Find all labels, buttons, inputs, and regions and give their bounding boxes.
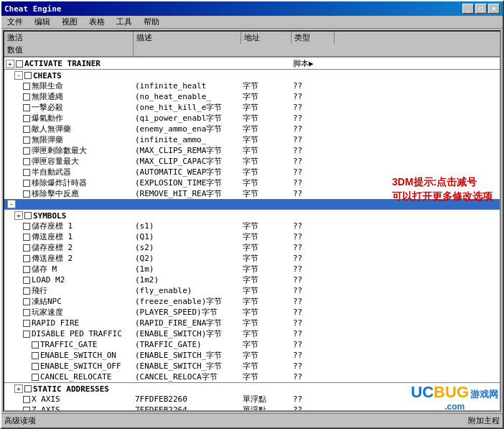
type-cell: 字节 bbox=[241, 188, 291, 199]
maximize-button[interactable]: □ bbox=[475, 4, 487, 14]
value-cell: ?? bbox=[291, 340, 335, 349]
table-row[interactable]: 飛行(fly_enable)字节?? bbox=[4, 285, 500, 296]
row-checkbox[interactable] bbox=[23, 104, 30, 111]
row-checkbox[interactable] bbox=[23, 234, 30, 241]
menu-edit[interactable]: 编辑 bbox=[32, 16, 53, 28]
menu-table[interactable]: 表格 bbox=[86, 16, 108, 28]
row-checkbox[interactable] bbox=[23, 137, 30, 144]
table-row[interactable]: +ACTIVATE TRAINER脚本▶ bbox=[4, 58, 500, 69]
table-row[interactable]: +STATIC ADDRESSES bbox=[4, 384, 500, 394]
row-checkbox[interactable] bbox=[23, 255, 30, 262]
menu-file[interactable]: 文件 bbox=[4, 16, 26, 28]
menu-view[interactable]: 视图 bbox=[59, 16, 80, 28]
type-cell: 字节 bbox=[241, 124, 291, 134]
row-label: 儲存 M bbox=[32, 264, 57, 275]
minimize-button[interactable]: _ bbox=[462, 4, 474, 14]
row-checkbox[interactable] bbox=[23, 190, 30, 198]
name-cell: 儲存座標 2 bbox=[4, 242, 134, 253]
table-row[interactable]: 儲存座標 1(s1)字节?? bbox=[4, 221, 500, 231]
expand-button[interactable]: + bbox=[14, 211, 23, 220]
table-row[interactable]: 玩家速度(PLAYER_SPEED)字节字节?? bbox=[4, 307, 500, 318]
table-row[interactable]: 一撃必殺(one_hit_kill_e字节字节?? bbox=[4, 102, 500, 113]
menu-bar: 文件 编辑 视图 表格 工具 帮助 bbox=[1, 16, 503, 29]
row-checkbox[interactable] bbox=[32, 352, 39, 359]
addr-cell: (AUTOMATIC_WEAP字节 bbox=[134, 167, 241, 177]
addr-cell: (no_heat_enable_ bbox=[134, 92, 241, 101]
table-row[interactable]: CANCEL_RELOCATE(CANCEL_RELOCA字节字节?? bbox=[4, 372, 500, 382]
row-label: SYMBOLS bbox=[33, 211, 66, 221]
row-checkbox[interactable] bbox=[32, 374, 39, 381]
value-cell: ?? bbox=[291, 297, 335, 306]
row-checkbox[interactable] bbox=[23, 126, 30, 133]
row-checkbox[interactable] bbox=[24, 212, 32, 219]
name-cell: 彈匣剩除數最大 bbox=[4, 145, 134, 156]
row-checkbox[interactable] bbox=[23, 83, 30, 90]
table-row[interactable]: ENABLE_SWITCH_ON(ENABLE_SWITCH_字节字节?? bbox=[4, 350, 500, 361]
row-checkbox[interactable] bbox=[23, 266, 30, 273]
row-checkbox[interactable] bbox=[23, 223, 30, 230]
table-row[interactable]: 爆氣動作(qi_power_enabl字节字节?? bbox=[4, 113, 500, 124]
table-row[interactable]: 半自動武器(AUTOMATIC_WEAP字节字节?? bbox=[4, 167, 500, 177]
collapse-btn[interactable]: - bbox=[7, 200, 16, 208]
row-checkbox[interactable] bbox=[23, 115, 30, 122]
row-checkbox[interactable] bbox=[23, 277, 30, 284]
row-checkbox[interactable] bbox=[23, 93, 30, 101]
table-row[interactable]: TRAFFIC_GATE(TRAFFIC_GATE)字节?? bbox=[4, 339, 500, 350]
table-row[interactable]: 移除爆炸計時器(EXPLOSION_TIME字节字节?? bbox=[4, 177, 500, 188]
table-row[interactable]: 傳送座標 2(Q2)字节?? bbox=[4, 253, 500, 264]
row-checkbox[interactable] bbox=[32, 363, 39, 370]
expand-button[interactable]: + bbox=[14, 384, 23, 393]
row-checkbox[interactable] bbox=[23, 287, 30, 295]
selected-row[interactable]: - bbox=[4, 199, 500, 209]
row-checkbox[interactable] bbox=[23, 158, 30, 165]
type-cell: 字节 bbox=[241, 156, 291, 167]
close-button[interactable]: × bbox=[488, 4, 500, 14]
table-row[interactable]: RAPID FIRE(RAPID_FIRE_ENA字节字节?? bbox=[4, 318, 500, 328]
table-row[interactable]: 儲存 M(1m)字节?? bbox=[4, 264, 500, 275]
row-checkbox[interactable] bbox=[23, 396, 30, 403]
row-checkbox[interactable] bbox=[16, 60, 23, 68]
table-row[interactable]: LOAD M2(1m2)字节?? bbox=[4, 275, 500, 285]
name-cell: 無限通縄 bbox=[4, 91, 134, 102]
row-checkbox[interactable] bbox=[23, 331, 30, 338]
table-row[interactable]: Z AXIS7FFDFEB2264單浮點?? bbox=[4, 405, 500, 412]
value-cell: ?? bbox=[291, 81, 335, 91]
menu-help[interactable]: 帮助 bbox=[141, 16, 162, 28]
table-row[interactable]: 無限生命(infinite_healt字节?? bbox=[4, 80, 500, 91]
row-checkbox[interactable] bbox=[23, 244, 30, 252]
table-row[interactable]: 無限通縄(no_heat_enable_字节?? bbox=[4, 91, 500, 102]
table-row[interactable]: 敵人無彈藥(enemy_ammo_ena字节字节?? bbox=[4, 124, 500, 134]
table-row[interactable]: 彈匣剩除數最大(MAX_CLIPS_REMA字节字节?? bbox=[4, 145, 500, 156]
table-row[interactable]: 無限彈藥(infinite_ammo_字节?? bbox=[4, 134, 500, 145]
row-checkbox[interactable] bbox=[32, 341, 39, 349]
value-cell: 脚本▶ bbox=[291, 58, 335, 69]
row-checkbox[interactable] bbox=[23, 169, 30, 176]
expand-button[interactable]: - bbox=[14, 71, 23, 80]
row-checkbox[interactable] bbox=[24, 385, 32, 392]
row-checkbox[interactable] bbox=[23, 309, 30, 316]
row-checkbox[interactable] bbox=[23, 147, 30, 154]
table-row[interactable]: +SYMBOLS bbox=[4, 211, 500, 221]
table-row[interactable]: -CHEATS bbox=[4, 70, 500, 80]
status-left: 高级读项 bbox=[4, 415, 36, 426]
row-checkbox[interactable] bbox=[23, 320, 30, 327]
expand-button[interactable]: + bbox=[6, 60, 14, 68]
row-label: 一撃必殺 bbox=[32, 102, 63, 113]
col-active: 激活 bbox=[4, 32, 134, 44]
row-label: 傳送座標 1 bbox=[32, 231, 73, 242]
table-row[interactable]: 儲存座標 2(s2)字节?? bbox=[4, 242, 500, 253]
row-checkbox[interactable] bbox=[24, 72, 32, 79]
table-row[interactable]: DISABLE PED TRAFFIC(ENABLE_SWITCH)字节字节?? bbox=[4, 328, 500, 339]
table-row[interactable]: 彈匣容量最大(MAX_CLIP_CAPAC字节字节?? bbox=[4, 156, 500, 167]
table-row[interactable]: 凍結NPC(freeze_enable)字节字节?? bbox=[4, 296, 500, 307]
row-checkbox[interactable] bbox=[23, 180, 30, 187]
addr-cell: (Q2) bbox=[134, 254, 241, 263]
table-row[interactable]: 傳送座標 1(Q1)字节?? bbox=[4, 231, 500, 242]
table-row[interactable]: X AXIS7FFDFEB2260單浮點?? bbox=[4, 394, 500, 405]
cheat-table[interactable]: 激活 描述 地址 类型 数值 +ACTIVATE TRAINER脚本▶-CHEA… bbox=[3, 30, 501, 412]
row-checkbox[interactable] bbox=[23, 298, 30, 305]
row-checkbox[interactable] bbox=[23, 407, 30, 412]
menu-tools[interactable]: 工具 bbox=[113, 16, 135, 28]
table-row[interactable]: ENABLE_SWITCH_OFF(ENABLE_SWITCH_字节字节?? bbox=[4, 361, 500, 372]
table-row[interactable]: 移除擊中反應(REMOVE_HIT_REA字节字节?? bbox=[4, 188, 500, 199]
